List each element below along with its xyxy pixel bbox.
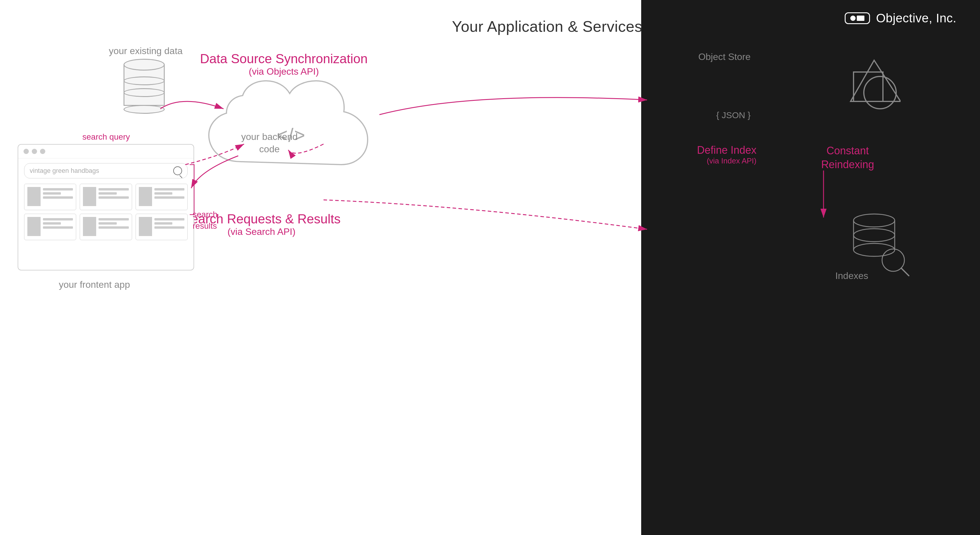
result-img-4 [27, 217, 41, 236]
indexes-label: Indexes [835, 270, 868, 281]
titlebar-dot-1 [24, 149, 29, 154]
db-top [124, 59, 165, 71]
frontend-app: vintage green handbags [18, 144, 194, 270]
result-line-10 [43, 222, 61, 225]
titlebar-dot-2 [32, 149, 37, 154]
object-store-svg [842, 54, 900, 113]
result-img-6 [139, 217, 152, 236]
result-line-5 [99, 196, 129, 199]
result-line-15 [154, 218, 185, 221]
search-icon [173, 167, 182, 175]
object-store-label: Object Store [698, 51, 751, 62]
data-sync-sub: (via Objects API) [200, 66, 368, 77]
db-cylinder [124, 59, 165, 114]
result-line-7 [154, 192, 172, 195]
result-card-5 [80, 214, 132, 240]
result-line-4 [99, 192, 116, 195]
json-label: { JSON } [716, 110, 751, 120]
data-sync-label: Data Source Synchronization (via Objects… [200, 51, 368, 77]
result-line-16 [154, 222, 172, 225]
logo-dot-1 [850, 16, 856, 21]
result-lines-6 [154, 217, 185, 237]
logo-name: Objective, Inc. [876, 11, 956, 25]
indexes-svg [851, 212, 909, 276]
result-card-3 [135, 184, 188, 210]
titlebar-dot-3 [40, 149, 45, 154]
result-img-1 [27, 187, 41, 206]
result-line-2 [43, 196, 73, 199]
result-img-3 [139, 187, 152, 206]
result-lines-5 [99, 217, 129, 237]
search-results-label: searchresults [192, 209, 217, 232]
db-bottom [124, 105, 165, 114]
db-body [124, 65, 165, 106]
result-card-1 [24, 184, 76, 210]
right-panel [641, 0, 980, 535]
result-lines-3 [154, 187, 185, 207]
frontend-titlebar [18, 144, 194, 159]
result-line-8 [154, 196, 185, 199]
result-lines-1 [43, 187, 73, 207]
result-card-6 [135, 214, 188, 240]
result-lines-4 [43, 217, 73, 237]
db-mid1 [124, 76, 165, 85]
svg-point-3 [854, 214, 895, 227]
result-line-11 [43, 226, 73, 229]
frontend-app-label: your frontent app [59, 279, 130, 290]
result-line-17 [154, 226, 185, 229]
result-card-4 [24, 214, 76, 240]
existing-data-label: your existing data [109, 46, 183, 56]
svg-marker-1 [851, 60, 900, 102]
result-line-6 [154, 188, 185, 191]
object-store-icon [842, 54, 900, 113]
logo-rect [857, 16, 864, 21]
result-line-short [43, 192, 61, 195]
frontend-search-bar[interactable]: vintage green handbags [24, 163, 188, 178]
logo-badge [845, 12, 870, 24]
logo-area: Objective, Inc. [845, 11, 956, 25]
constant-reindex-label: ConstantReindexing [821, 144, 874, 171]
constant-reindex-title: ConstantReindexing [821, 144, 874, 171]
db-mid2 [124, 88, 165, 97]
database-icon [124, 59, 165, 114]
search-query-label: search query [82, 132, 130, 142]
svg-line-9 [901, 268, 909, 276]
result-img-2 [83, 187, 96, 206]
page-title: Your Application & Services [452, 17, 642, 35]
define-index-title: Define Index [697, 144, 756, 156]
result-line [43, 188, 73, 191]
svg-point-2 [864, 76, 896, 109]
result-line-9 [43, 218, 73, 221]
logo-badge-dots [850, 16, 864, 21]
svg-point-6 [854, 229, 895, 241]
define-index-label: Define Index (via Index API) [697, 144, 756, 165]
result-line-12 [99, 218, 129, 221]
result-lines-2 [99, 187, 129, 207]
result-img-5 [83, 217, 96, 236]
result-card-2 [80, 184, 132, 210]
search-results-grid [18, 181, 194, 243]
define-index-sub: (via Index API) [697, 156, 756, 165]
data-sync-title: Data Source Synchronization [200, 51, 368, 66]
backend-label: your backendcode [241, 131, 298, 155]
search-placeholder: vintage green handbags [30, 167, 99, 175]
indexes-icon [851, 212, 909, 278]
result-line-3 [99, 188, 129, 191]
result-line-13 [99, 222, 116, 225]
result-line-14 [99, 226, 129, 229]
